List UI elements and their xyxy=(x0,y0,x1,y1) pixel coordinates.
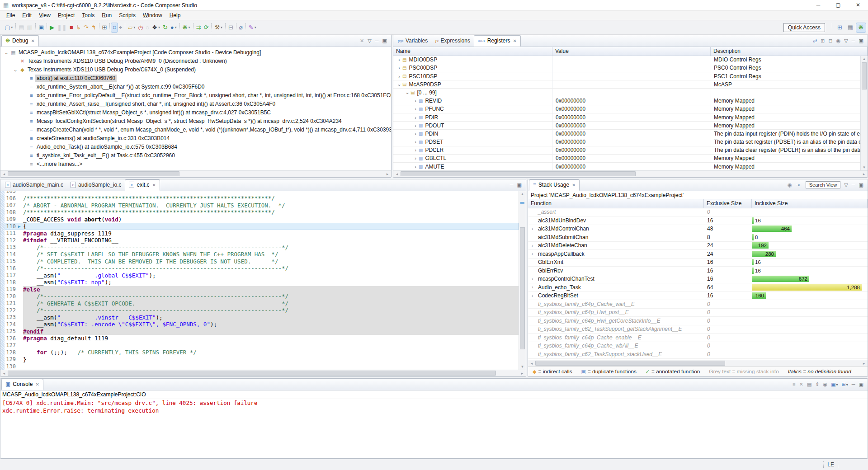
code-line[interactable]: 121 /* GENERATE A C$$EXIT OPCODE. */ xyxy=(0,300,519,307)
expand-icon[interactable]: › xyxy=(412,131,419,136)
build-button[interactable]: ⚒▾ xyxy=(213,23,224,32)
minimize-button[interactable]: ─ xyxy=(850,181,857,188)
scroll-thumb[interactable] xyxy=(520,227,525,349)
register-row[interactable]: ›▤MDIO0DSPMDIO Control Regs xyxy=(393,56,868,64)
tab-variables[interactable]: (x)=Variables xyxy=(394,35,431,47)
scroll-left-icon[interactable]: ◂ xyxy=(528,361,535,366)
register-row[interactable]: ›▥PDOUT0x00000000Memory Mapped xyxy=(393,122,868,130)
code-line[interactable]: 118 __asm("C$$EXIT: nop"); xyxy=(0,279,519,286)
expand-icon[interactable]: › xyxy=(412,147,419,153)
collapse-icon[interactable]: ⌄ xyxy=(404,89,410,95)
pin-view-button[interactable]: ◉ xyxy=(786,181,794,189)
view-menu-button[interactable]: ▽ xyxy=(842,181,849,189)
stack-usage-row[interactable]: ›mcaspAppCallback24280 xyxy=(528,250,868,258)
step-into-button[interactable]: ↳ xyxy=(75,23,82,32)
tab-debug[interactable]: ❋ Debug ✕ xyxy=(1,35,39,47)
register-row[interactable]: ›▤PSC10DSPPSC1 Control Regs xyxy=(393,72,868,80)
stack-usage-row[interactable]: ›aic31MdDeleteChan24192 xyxy=(528,242,868,250)
resume-button[interactable]: ▶ xyxy=(48,23,56,32)
scroll-down-icon[interactable]: ▼ xyxy=(519,365,526,369)
stack-usage-row[interactable]: ›aic31MdControlChan48464 xyxy=(528,225,868,234)
maximize-button[interactable]: ▣ xyxy=(857,181,865,189)
maximize-button[interactable]: ▣ xyxy=(857,381,865,388)
debug-tree-row[interactable]: ≡mcaspBitSetGblXCtl(struct Mcasp_Object_… xyxy=(0,108,391,117)
expand-icon[interactable]: › xyxy=(412,155,419,161)
reset-button[interactable]: ↻ xyxy=(161,23,169,32)
register-row[interactable]: ›▥PDSET0x00000000The pin data set regist… xyxy=(393,138,868,146)
close-icon[interactable]: ✕ xyxy=(35,382,39,387)
code-line[interactable]: 126#pragma diag_default 1119 xyxy=(0,335,519,342)
debug-tree-row[interactable]: ≡ti_sysbios_knl_Task_exit__E() at Task.c… xyxy=(0,151,391,160)
expand-icon[interactable]: › xyxy=(532,243,538,248)
ccs-debug-perspective-button[interactable]: ❋ xyxy=(856,23,866,32)
quick-access-button[interactable]: Quick Access xyxy=(783,23,825,32)
clear-console-button[interactable]: ▤ xyxy=(805,381,813,388)
stack-usage-row[interactable]: ti_sysbios_family_c64p_Cache_wbAll__E0 xyxy=(528,342,868,351)
register-row[interactable]: ›▥PDIR0x00000000Memory Mapped xyxy=(393,113,868,122)
dropdown-arrow-icon[interactable]: ▾ xyxy=(846,383,848,387)
code-line[interactable]: 123 __asm(" .vinstr C$$EXIT"); xyxy=(0,314,519,321)
register-row[interactable]: ›▥GBLCTL0x00000000Memory Mapped xyxy=(393,155,868,163)
suspend-button[interactable]: ❚❚ xyxy=(56,23,68,32)
search-view-button[interactable]: Search View xyxy=(806,181,841,188)
stack-usage-row[interactable]: GblErrXmt1616 xyxy=(528,258,868,267)
pin-console-button[interactable]: ◉ xyxy=(821,381,830,388)
debug-tree-row[interactable]: ✕Texas Instruments XDS110 USB Debug Prob… xyxy=(0,57,391,66)
scroll-up-icon[interactable]: ▲ xyxy=(861,57,868,61)
dropdown-arrow-icon[interactable]: ▾ xyxy=(836,383,838,387)
new-window-button[interactable]: ⊟ xyxy=(227,23,235,32)
debug-tree-row[interactable]: ≡xdc_runtime_Assert_raise__I(unsigned sh… xyxy=(0,100,391,108)
menu-tools[interactable]: Tools xyxy=(78,11,98,19)
dropdown-arrow-icon[interactable]: ▾ xyxy=(133,25,135,29)
menu-scripts[interactable]: Scripts xyxy=(115,11,139,19)
code-line[interactable]: 111#pragma diag_suppress 1119 xyxy=(0,230,519,237)
maximize-button[interactable]: ▣ xyxy=(515,181,524,189)
code-line[interactable]: 109_CODE_ACCESS void abort(void) xyxy=(0,216,519,223)
refresh-button[interactable]: ⟳ xyxy=(203,23,210,32)
expand-icon[interactable]: › xyxy=(412,115,419,120)
register-row[interactable]: ›▥AMUTE0x00000000Memory Mapped xyxy=(393,163,868,170)
view-menu-button[interactable]: ▽ xyxy=(366,37,373,45)
menu-edit[interactable]: Edit xyxy=(19,11,35,19)
stack-usage-row[interactable]: aic31MdUnBindDev1616 xyxy=(528,216,868,225)
terminate-button[interactable]: ■ xyxy=(791,381,797,388)
debug-tree-row[interactable]: ≡createStreams() at audioSample_io.c:331… xyxy=(0,134,391,143)
collapse-all-button[interactable]: ⊟ xyxy=(827,37,835,45)
menu-run[interactable]: Run xyxy=(98,11,115,19)
column-header-description[interactable]: Description xyxy=(711,47,868,56)
scroll-thumb[interactable] xyxy=(8,171,179,176)
stack-usage-row[interactable]: ti_sysbios_family_c64p_Cache_enable__E0 xyxy=(528,334,868,342)
dropdown-arrow-icon[interactable]: ▾ xyxy=(255,25,256,29)
column-header-function[interactable]: Function xyxy=(528,199,704,208)
expand-icon[interactable]: › xyxy=(396,74,402,79)
code-line[interactable]: 112#ifndef __VIRTUAL_ENCODING__ xyxy=(0,237,519,244)
expand-icon[interactable]: › xyxy=(396,65,402,70)
remove-launch-button[interactable]: ✕ xyxy=(797,381,805,388)
stack-hscrollbar[interactable]: ◂ ▸ xyxy=(528,360,868,367)
expand-icon[interactable]: › xyxy=(396,57,402,62)
register-row[interactable]: ⌄▤[0 ... 99] xyxy=(393,89,868,97)
code-line[interactable]: 128 for (;;); /* CURRENTLY, THIS SPINS F… xyxy=(0,349,519,356)
maximize-button[interactable]: ▣ xyxy=(857,37,865,45)
dropdown-arrow-icon[interactable]: ▾ xyxy=(221,25,222,29)
stack-usage-row[interactable]: aic31MdSubmitChan88 xyxy=(528,233,868,242)
step-return-button[interactable]: ↰ xyxy=(90,23,98,32)
expand-icon[interactable]: › xyxy=(532,293,538,298)
code-line[interactable]: 122 /*----------------------------------… xyxy=(0,307,519,314)
code-line[interactable]: 114 /* SET C$$EXIT LABEL SO THE DEBUGGER… xyxy=(0,251,519,258)
profile-button[interactable]: ●▾ xyxy=(169,23,178,32)
scroll-thumb[interactable] xyxy=(535,361,725,366)
minimize-window-button[interactable]: ─ xyxy=(808,0,828,10)
save-button[interactable]: ▤ xyxy=(17,23,25,32)
open-perspective-button[interactable]: ⊞ xyxy=(835,23,844,32)
code-line[interactable]: 124 __asm("C$$EXIT: .encode \"C$$EXIT\",… xyxy=(0,321,519,328)
search-button[interactable]: ⌀ xyxy=(238,23,244,32)
minimize-button[interactable]: ─ xyxy=(373,37,381,44)
code-line[interactable]: 129} xyxy=(0,356,519,363)
scroll-right-icon[interactable]: ▸ xyxy=(519,371,526,376)
stack-usage-row[interactable]: ti_sysbios_family_c64p_Hwi_post__E0 xyxy=(528,309,868,317)
expand-icon[interactable]: › xyxy=(532,251,538,256)
register-row[interactable]: ⌄▤McASP0DSPMcASP xyxy=(393,80,868,89)
debug-hscrollbar[interactable]: ◂ ▸ xyxy=(0,170,391,177)
new-button[interactable]: ▢▾ xyxy=(3,23,14,32)
